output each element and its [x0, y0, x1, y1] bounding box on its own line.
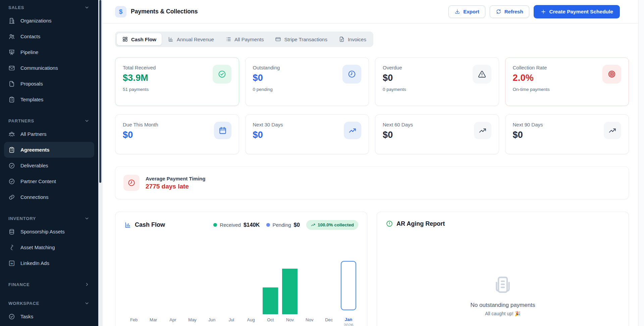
export-button[interactable]: Export: [448, 5, 485, 18]
sidebar-item-linkedin-ads[interactable]: inLinkedIn Ads: [0, 255, 98, 271]
refresh-button[interactable]: Refresh: [490, 5, 529, 18]
tab-label: Cash Flow: [131, 37, 156, 42]
sidebar: SALESOrganizationsContactsPipelineCommun…: [0, 0, 98, 326]
x-axis-label: Aug: [247, 317, 255, 323]
chart-slot-jun-4: Jun: [202, 235, 222, 323]
stat-cards-row1: Total Received$3.9M51 paymentsOutstandin…: [115, 57, 629, 106]
chart-slot-dec-10: Dec: [319, 235, 339, 323]
refresh-button-label: Refresh: [504, 9, 523, 14]
sidebar-section-label: WORKSPACE: [8, 301, 84, 306]
sidebar-item-label: Templates: [20, 97, 43, 102]
ar-aging-title: AR Aging Report: [396, 220, 445, 227]
sidebar-item-templates[interactable]: Templates: [0, 92, 98, 107]
sidebar-item-connections[interactable]: Connections: [0, 189, 98, 205]
sidebar-section-label: FINANCE: [8, 282, 84, 287]
x-axis-label: Jan2026: [344, 317, 354, 323]
sidebar-item-contacts[interactable]: Contacts: [0, 29, 98, 44]
alert-triangle-icon: [473, 65, 491, 84]
ar-aging-panel: AR Aging Report No outstanding payments …: [377, 212, 629, 326]
stat-card-label: Outstanding: [253, 65, 280, 70]
download-icon: [454, 9, 460, 14]
stat-cards-row2: Due This Month$0Next 30 Days$0Next 60 Da…: [115, 114, 629, 154]
page-title: Payments & Collections: [131, 8, 198, 15]
trending-up-icon: [478, 126, 487, 135]
sidebar-section-inventory[interactable]: INVENTORY: [0, 213, 98, 224]
stat-card-subtext: 51 payments: [123, 87, 156, 92]
pending-value: $0: [294, 222, 300, 228]
stat-card-text: Total Received$3.9M51 payments: [123, 65, 156, 99]
tab-all-payments[interactable]: All Payments: [220, 33, 269, 45]
check-circle-icon: [8, 313, 15, 320]
stat-card-label: Next 90 Days: [513, 122, 543, 127]
chart-slot-jan-11: Jan2026: [339, 235, 358, 323]
sidebar-item-asset-matching[interactable]: Asset Matching: [0, 239, 98, 255]
stat-card-overdue: Overdue$00 payments: [375, 57, 499, 106]
sidebar-item-label: Tasks: [20, 314, 33, 319]
window-scrollbar[interactable]: [638, 0, 644, 326]
stat-card-label: Due This Month: [123, 122, 158, 127]
sidebar-section-workspace[interactable]: WORKSPACE: [0, 298, 98, 309]
stat-card-value: $3.9M: [123, 73, 156, 83]
tab-label: All Payments: [234, 37, 264, 42]
sidebar-scrollbar-thumb[interactable]: [99, 0, 101, 183]
sidebar-item-tasks[interactable]: Tasks: [0, 309, 98, 324]
check-circle-icon: [8, 162, 15, 169]
trending-up-icon: [474, 122, 491, 139]
create-payment-schedule-label: Create Payment Schedule: [549, 9, 613, 15]
sidebar-item-label: Asset Matching: [20, 245, 55, 250]
tab-label: Stripe Transactions: [284, 37, 327, 42]
sidebar-scrollbar[interactable]: [98, 0, 103, 326]
received-bar-oct[interactable]: [263, 287, 278, 314]
sidebar-section-sales[interactable]: SALES: [0, 2, 98, 13]
cash-flow-title: Cash Flow: [135, 221, 165, 228]
stat-card-next-90-days: Next 90 Days$0: [505, 114, 629, 154]
ar-empty-title: No outstanding payments: [471, 302, 535, 309]
x-axis-label: Feb: [130, 317, 138, 323]
stat-card-text: Outstanding$00 pending: [253, 65, 280, 99]
timing-text-group: Average Payment Timing 2775 days late: [146, 176, 205, 190]
chevron-down-icon: [84, 215, 90, 221]
sidebar-item-partner-content[interactable]: Partner Content: [0, 173, 98, 189]
sidebar-item-organizations[interactable]: Organizations: [0, 13, 98, 29]
x-axis-label: Nov: [286, 317, 294, 323]
plus-icon: [540, 9, 546, 15]
create-payment-schedule-button[interactable]: Create Payment Schedule: [534, 5, 620, 18]
sidebar-item-deliverables[interactable]: Deliverables: [0, 158, 98, 173]
sidebar-section-finance[interactable]: FINANCE: [0, 279, 98, 290]
file-icon: [8, 80, 15, 87]
stat-card-text: Overdue$00 payments: [383, 65, 406, 99]
x-axis-label: Oct: [267, 317, 274, 323]
bar-chart-icon: [124, 221, 131, 229]
sidebar-item-sponsorship-assets[interactable]: Sponsorship Assets: [0, 224, 98, 239]
mail-icon: [8, 65, 15, 71]
chart-slot-jul-5: Jul: [222, 235, 241, 323]
pending-dot: [266, 223, 270, 227]
chart-slot-aug-6: Aug: [241, 235, 261, 323]
sidebar-item-label: Communications: [20, 65, 58, 71]
bar-chart-icon: [168, 36, 174, 42]
stat-card-value: $0: [383, 73, 406, 83]
hook-icon: [8, 244, 15, 251]
ar-empty-subtitle: All caught up! 🎉: [485, 311, 521, 316]
tab-cash-flow[interactable]: Cash Flow: [117, 33, 162, 45]
svg-text:in: in: [10, 262, 13, 265]
sidebar-item-pipeline[interactable]: Pipeline: [0, 44, 98, 60]
trending-up-icon: [311, 222, 316, 227]
sidebar-section-partners[interactable]: PARTNERS: [0, 115, 98, 126]
tab-invoices[interactable]: Invoices: [333, 33, 372, 45]
tab-stripe-transactions[interactable]: Stripe Transactions: [270, 33, 332, 45]
clipboard-icon: [8, 147, 15, 153]
sidebar-item-communications[interactable]: Communications: [0, 60, 98, 76]
received-bar-nov[interactable]: [282, 269, 298, 314]
clock-icon: [347, 70, 356, 78]
sidebar-item-label: Organizations: [20, 18, 52, 23]
sidebar-item-all-partners[interactable]: All Partners: [0, 126, 98, 142]
presentation-icon: [8, 49, 15, 56]
stat-card-subtext: 0 pending: [253, 87, 280, 92]
tab-annual-revenue[interactable]: Annual Revenue: [162, 33, 219, 45]
sidebar-item-proposals[interactable]: Proposals: [0, 76, 98, 92]
highlight-month-label: Jan: [344, 317, 354, 322]
chart-slot-apr-2: Apr: [163, 235, 182, 323]
sidebar-item-agreements[interactable]: Agreements: [4, 142, 94, 158]
page-title-group: $ Payments & Collections: [115, 6, 198, 17]
